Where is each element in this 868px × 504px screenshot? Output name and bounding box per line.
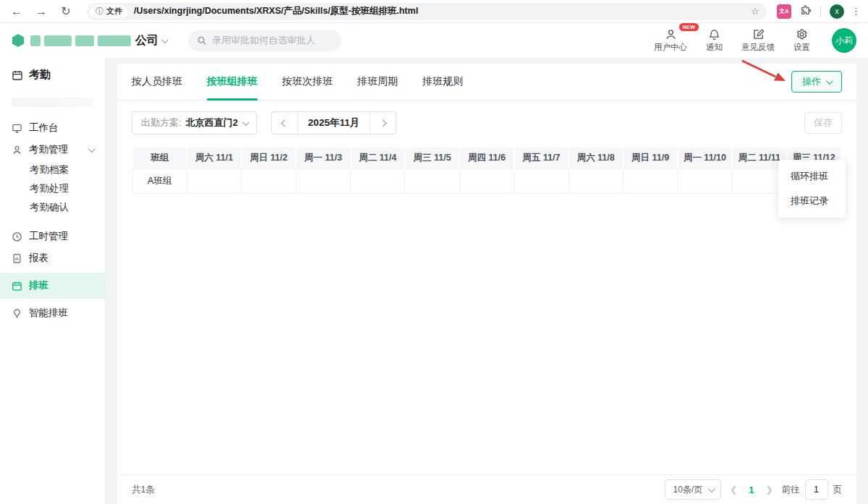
calendar-icon [12, 281, 22, 291]
sidebar-item-worktime[interactable]: 工时管理 [0, 226, 105, 247]
tab-by-shift[interactable]: 按班次排班 [282, 64, 333, 100]
clock-icon [12, 231, 22, 242]
global-search[interactable]: 录用审批如何自选审批人 [188, 30, 341, 51]
company-name-suffix: 公司 [135, 33, 158, 48]
extensions-puzzle-icon[interactable] [800, 4, 812, 19]
sidebar-item-scheduling[interactable]: 排班 [0, 273, 105, 299]
goto-page-input[interactable] [805, 479, 828, 500]
browser-menu-icon[interactable]: ⋮ [851, 6, 861, 17]
col-date: 周一 11/10 [678, 147, 732, 168]
chevron-down-icon [88, 145, 95, 153]
chevron-down-icon [708, 485, 715, 492]
browser-profile-avatar[interactable]: x [830, 4, 844, 19]
sidebar-item-workbench[interactable]: 工作台 [0, 117, 105, 139]
schedule-cell[interactable] [296, 168, 350, 193]
bell-icon [708, 28, 720, 40]
toolbar: 出勤方案: 北京西直门2 2025年11月 保存 [117, 101, 856, 145]
chevron-down-icon [161, 36, 169, 43]
table-row: A班组 [132, 168, 841, 193]
company-switcher[interactable]: 公司 [30, 33, 166, 48]
sidebar-item-attendance-confirm[interactable]: 考勤确认 [0, 198, 105, 217]
col-date: 周一 11/3 [296, 147, 350, 168]
schedule-cell[interactable] [351, 168, 405, 193]
current-page[interactable]: 1 [746, 484, 757, 495]
workbench-icon [12, 123, 22, 134]
browser-back-button[interactable]: ← [7, 2, 26, 21]
bulb-icon [12, 308, 22, 319]
url-text: /Users/xingrjing/Documents/XRXS/产品/Skill… [134, 5, 418, 17]
schedule-cell[interactable] [405, 168, 459, 193]
file-origin-chip[interactable]: ⓘ 文件 [90, 5, 128, 18]
search-icon [197, 35, 207, 46]
menu-item-schedule-records[interactable]: 排班记录 [778, 189, 846, 213]
report-icon [12, 253, 22, 264]
goto-label: 前往 [782, 484, 800, 496]
browser-refresh-button[interactable]: ↻ [56, 2, 75, 21]
sidebar-item-attendance-files[interactable]: 考勤档案 [0, 161, 105, 179]
app-header: 公司 录用审批如何自选审批人 NEW 用户中心 通知 意见反馈 设置 小莉 [0, 23, 868, 58]
actions-dropdown-button[interactable]: 操作 [791, 71, 842, 93]
schedule-cell[interactable] [187, 168, 241, 193]
tab-by-person[interactable]: 按人员排班 [132, 64, 182, 100]
schedule-table: 班组 周六 11/1 周日 11/2 周一 11/3 周二 11/4 周三 11… [132, 146, 842, 194]
sidebar-item-attendance-mgmt[interactable]: 考勤管理 [0, 139, 105, 161]
save-button[interactable]: 保存 [804, 112, 842, 134]
company-logo [12, 34, 25, 47]
user-avatar[interactable]: 小莉 [832, 28, 856, 53]
sidebar-item-smart-scheduling[interactable]: 智能排班 [0, 302, 105, 324]
sidebar-redacted-item [12, 98, 93, 107]
chevron-down-icon [242, 119, 250, 126]
settings-button[interactable]: 设置 [793, 28, 810, 53]
address-bar[interactable]: ⓘ 文件 /Users/xingrjing/Documents/XRXS/产品/… [87, 3, 767, 20]
prev-month-button[interactable] [272, 112, 297, 134]
pagination-bar: 共1条 10条/页 ❮ 1 ❯ 前往 页 [117, 474, 856, 504]
page-size-select[interactable]: 10条/页 [665, 479, 721, 500]
browser-forward-button[interactable]: → [32, 2, 51, 21]
col-date: 周日 11/9 [623, 147, 677, 168]
schedule-cell[interactable] [459, 168, 514, 193]
col-date: 周五 11/7 [514, 147, 569, 168]
month-navigator: 2025年11月 [271, 111, 396, 134]
user-icon [665, 28, 677, 40]
notifications-button[interactable]: 通知 [706, 28, 723, 53]
sidebar-app-title: 考勤 [0, 68, 105, 82]
feedback-button[interactable]: 意见反馈 [741, 28, 775, 53]
next-page-button[interactable]: ❯ [764, 484, 774, 495]
info-icon: ⓘ [95, 6, 103, 17]
col-date: 周三 11/5 [405, 147, 459, 168]
col-date: 周六 11/1 [187, 147, 241, 168]
schedule-cell[interactable] [623, 168, 677, 193]
person-icon [12, 145, 22, 155]
sidebar-item-attendance-process[interactable]: 考勤处理 [0, 179, 105, 198]
col-date: 周四 11/6 [459, 147, 514, 168]
sidebar-item-reports[interactable]: 报表 [0, 247, 105, 269]
schedule-cell[interactable] [678, 168, 732, 193]
attendance-plan-select[interactable]: 出勤方案: 北京西直门2 [132, 111, 257, 134]
total-count: 共1条 [132, 484, 155, 496]
schedule-cell[interactable] [569, 168, 623, 193]
month-label[interactable]: 2025年11月 [297, 112, 370, 134]
gear-icon [796, 28, 808, 40]
tab-cycle[interactable]: 排班周期 [357, 64, 398, 100]
group-name-cell: A班组 [132, 168, 187, 193]
next-month-button[interactable] [370, 112, 396, 134]
origin-chip-label: 文件 [106, 6, 122, 17]
chevron-down-icon [826, 77, 833, 85]
sidebar: 考勤 工作台 考勤管理 考勤档案 考勤处理 考勤确认 工时管理 报表 排班 [0, 58, 106, 504]
bookmark-star-icon[interactable]: ☆ [751, 6, 760, 17]
user-center-button[interactable]: NEW 用户中心 [654, 28, 687, 53]
schedule-cell[interactable] [242, 168, 296, 193]
col-date: 周二 11/4 [351, 147, 405, 168]
prev-page-button[interactable]: ❮ [728, 484, 739, 495]
browser-chrome: ← → ↻ ⓘ 文件 /Users/xingrjing/Documents/XR… [0, 0, 868, 23]
translate-extension-icon[interactable]: 文A [777, 4, 791, 19]
tab-rules[interactable]: 排班规则 [422, 64, 463, 100]
page-unit-label: 页 [833, 484, 843, 496]
col-date: 周日 11/2 [242, 147, 296, 168]
feedback-icon [752, 28, 765, 40]
actions-dropdown-menu: 循环排班 排班记录 [778, 160, 846, 218]
menu-item-cycle-scheduling[interactable]: 循环排班 [778, 164, 846, 189]
company-name-redacted [30, 35, 131, 46]
tab-by-group[interactable]: 按班组排班 [207, 64, 258, 100]
schedule-cell[interactable] [514, 168, 569, 193]
